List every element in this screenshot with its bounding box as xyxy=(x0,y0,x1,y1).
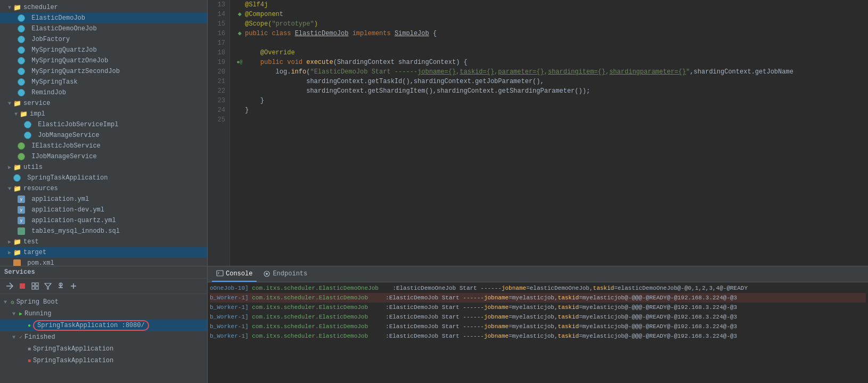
service-label-sta-finished-2: SpringTaskApplication xyxy=(33,357,113,364)
tree-item-MySpringTask[interactable]: MySpringTask xyxy=(0,77,207,87)
tree-item-MySpringQuartzSecondJob[interactable]: MySpringQuartzSecondJob xyxy=(0,66,207,77)
code-line-25 xyxy=(234,115,868,125)
code-line-23: } xyxy=(234,96,868,105)
tree-item-application-yml[interactable]: y application.yml xyxy=(0,194,207,205)
arrow-utils: ▶ xyxy=(6,164,13,170)
tree-item-MySpringQuartzJob[interactable]: MySpringQuartzJob xyxy=(0,45,207,55)
tree-item-tables-sql[interactable]: tables_mysql_innodb.sql xyxy=(0,226,207,237)
tree-item-target[interactable]: ▶ 📁 target xyxy=(0,247,207,258)
kw-public-19: public xyxy=(260,58,287,67)
tree-item-application-quartz-yml[interactable]: y application-quartz.yml xyxy=(0,215,207,226)
folder-icon-impl: 📁 xyxy=(19,110,28,118)
tree-item-JobManageService[interactable]: JobManageService xyxy=(0,130,207,141)
filter-button[interactable] xyxy=(43,281,53,291)
tree-label-ElasticDemoJob: ElasticDemoJob xyxy=(28,14,85,22)
service-item-sta-finished-2[interactable]: ■ SpringTaskApplication xyxy=(0,355,207,366)
tree-item-SpringTaskApplication[interactable]: ▶ SpringTaskApplication xyxy=(0,173,207,183)
svg-rect-11 xyxy=(217,271,223,276)
tree-item-MySpringQuartzOneJob[interactable]: MySpringQuartzOneJob xyxy=(0,55,207,66)
tab-console[interactable]: Console xyxy=(212,267,257,282)
services-tree: ▼ ⚙ Spring Boot ▼ ▶ Running ● SpringTask… xyxy=(0,294,207,383)
tab-endpoints[interactable]: Endpoints xyxy=(259,267,312,282)
error-icon-2: ■ xyxy=(28,358,31,364)
tree-label-pom-xml: pom.xml xyxy=(23,259,54,266)
tree-item-RemindJob[interactable]: RemindJob xyxy=(0,87,207,98)
arrow-service: ▼ xyxy=(6,100,13,107)
log-line-6: b_Worker-1] com.itxs.scheduler.ElasticDe… xyxy=(210,331,866,341)
tree-label-ElasticDemoOneJob: ElasticDemoOneJob xyxy=(28,25,97,32)
layout-button[interactable] xyxy=(30,281,40,291)
svg-rect-3 xyxy=(36,283,38,286)
tree-item-application-dev-yml[interactable]: y application-dev.yml xyxy=(0,205,207,215)
tree-label-tables-sql: tables_mysql_innodb.sql xyxy=(28,227,120,235)
service-group-finished[interactable]: ▼ ✓ Finished xyxy=(0,331,207,343)
log-class-1: com.itxs.scheduler.ElasticDemoOneJob xyxy=(252,283,389,293)
paren-close-19: ) { xyxy=(456,58,468,67)
tree-item-scheduler[interactable]: ▼ 📁 scheduler xyxy=(0,2,207,13)
log-thread-5: b_Worker-1] xyxy=(210,322,252,331)
code-override: @Override xyxy=(260,48,295,58)
service-label-finished: Finished xyxy=(24,333,55,341)
endpoints-icon xyxy=(263,270,271,278)
tree-label-impl: impl xyxy=(30,110,45,118)
code-indent-23 xyxy=(245,96,260,105)
yaml-icon-application-dev: y xyxy=(17,206,26,214)
tree-item-IElasticJobService[interactable]: IElasticJobService xyxy=(0,141,207,151)
code-line-15: @Scope("prototype") xyxy=(234,19,868,29)
code-line-16: ◆ public class ElasticDemoJob implements… xyxy=(234,29,868,38)
tree-item-ElasticDemoOneJob[interactable]: ElasticDemoOneJob xyxy=(0,23,207,34)
log-line-1: oOneJob-10] com.itxs.scheduler.ElasticDe… xyxy=(210,283,866,293)
code-line-21: shardingContext.getTaskId(),shardingCont… xyxy=(234,77,868,86)
tree-item-ElasticDemoJob[interactable]: ElasticDemoJob xyxy=(0,13,207,23)
tree-label-test: test xyxy=(23,238,39,246)
service-item-sta-finished-1[interactable]: ■ SpringTaskApplication xyxy=(0,343,207,355)
log-thread-1: oOneJob-10] xyxy=(210,283,252,293)
tree-item-ElasticJobServiceImpl[interactable]: ElasticJobServiceImpl xyxy=(0,119,207,130)
tree-item-IJobManageService[interactable]: IJobManageService xyxy=(0,151,207,162)
arrow-impl: ▼ xyxy=(13,111,19,117)
file-tree: ▼ 📁 scheduler ElasticDemoJob ElasticDemo… xyxy=(0,0,207,266)
log-thread-3: b_Worker-1] xyxy=(210,303,252,312)
add-service-button[interactable] xyxy=(68,281,79,291)
tree-item-resources[interactable]: ▼ 📁 resources xyxy=(0,183,207,194)
code-annotation-slf4j: @Slf4j xyxy=(245,0,268,10)
code-line-18: @Override xyxy=(234,48,868,58)
cls-ElasticDemoJob: ElasticDemoJob xyxy=(295,29,349,38)
code-line-14: ◆ @Component xyxy=(234,10,868,19)
tree-item-pom-xml[interactable]: ▶ pom.xml xyxy=(0,258,207,266)
code-line-19: ◆@ public void execute(ShardingContext s… xyxy=(234,58,868,67)
service-group-running[interactable]: ▼ ▶ Running xyxy=(0,308,207,320)
stop-all-button[interactable] xyxy=(17,281,28,291)
class-icon-ElasticDemoJob xyxy=(17,14,26,22)
tree-item-impl[interactable]: ▼ 📁 impl xyxy=(0,109,207,119)
log-class-2: com.itxs.scheduler.ElasticDemoJob xyxy=(252,293,382,303)
arrow-finished: ▼ xyxy=(11,334,17,340)
log-msg-5: ElasticDemoJob Start ------jobname=myela… xyxy=(389,322,738,331)
rerun-button[interactable] xyxy=(4,281,15,291)
svg-rect-5 xyxy=(36,287,38,289)
service-item-spring-task-running[interactable]: ● SpringTaskApplication :8080/ xyxy=(0,320,207,331)
code-annotation-component: @Component xyxy=(245,10,283,19)
tree-item-JobFactory[interactable]: JobFactory xyxy=(0,34,207,45)
tree-item-test[interactable]: ▶ 📁 test xyxy=(0,237,207,247)
tree-item-utils[interactable]: ▶ 📁 utils xyxy=(0,162,207,173)
log-line-4: b_Worker-1] com.itxs.scheduler.ElasticDe… xyxy=(210,312,866,322)
class-icon-ElasticJobServiceImpl xyxy=(23,120,32,129)
services-title: Services xyxy=(0,266,207,279)
pin-button[interactable] xyxy=(55,281,66,291)
paren-19: ( xyxy=(333,58,337,67)
log-thread-4: b_Worker-1] xyxy=(210,312,252,322)
log-class-6: com.itxs.scheduler.ElasticDemoJob xyxy=(252,331,382,341)
spring-icon: ⚙ xyxy=(11,299,14,306)
tree-item-service[interactable]: ▼ 📁 service xyxy=(0,98,207,109)
tree-label-JobManageService: JobManageService xyxy=(34,132,99,139)
tree-label-SpringTaskApplication: SpringTaskApplication xyxy=(23,174,108,182)
bottom-content: Services xyxy=(0,266,868,383)
interface-icon-IElasticJobService xyxy=(17,142,26,150)
kw-implements: implements xyxy=(348,29,394,38)
code-annotation-scope: @Scope("prototype") xyxy=(245,19,318,29)
log-colon-6: : xyxy=(382,331,389,341)
service-group-spring-boot[interactable]: ▼ ⚙ Spring Boot xyxy=(0,296,207,308)
log-line-5: b_Worker-1] com.itxs.scheduler.ElasticDe… xyxy=(210,322,866,331)
gutter-16: ◆ xyxy=(234,29,245,38)
